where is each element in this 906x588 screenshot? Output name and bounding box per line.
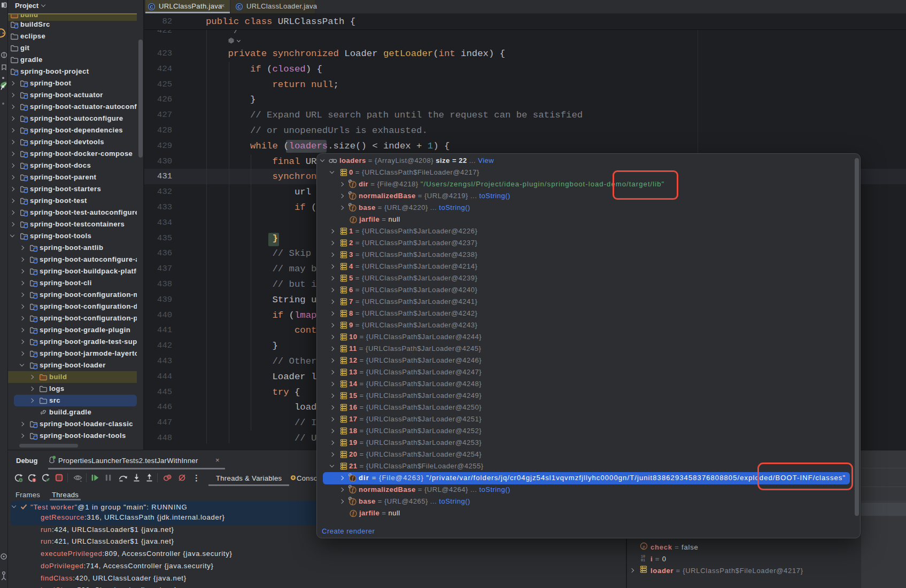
svg-text:10: 10 [641,555,645,559]
svg-text:C: C [237,4,241,10]
svg-text:C: C [150,4,153,10]
svg-text:R: R [2,85,4,89]
svg-text:p: p [642,544,645,549]
svg-text:01: 01 [641,559,645,562]
